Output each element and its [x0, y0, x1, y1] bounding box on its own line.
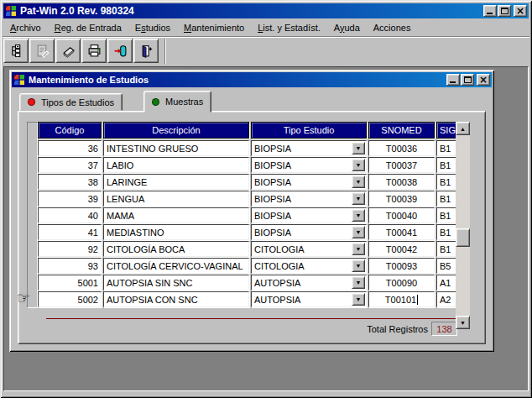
cell-tipo_estudio[interactable]: BIOPSIA▼	[251, 191, 367, 207]
cell-codigo[interactable]: 38	[38, 174, 102, 190]
dropdown-arrow-button[interactable]: ▼	[352, 175, 365, 188]
column-header-codigo[interactable]: Código	[38, 122, 102, 139]
scroll-down-button[interactable]: ▼	[456, 316, 470, 329]
cell-snomed[interactable]: T00036	[368, 140, 435, 156]
menu-item-archivo[interactable]: Archivo	[3, 21, 48, 34]
menu-bar: ArchivoReg. de EntradaEstudiosMantenimie…	[3, 19, 529, 35]
cell-tipo_estudio[interactable]: AUTOPSIA▼	[251, 275, 367, 291]
inner-titlebar[interactable]: Mantenimiento de Estudios ×	[12, 72, 492, 87]
cell-snomed[interactable]: T00093	[368, 258, 435, 274]
toolbar-button-door-enter[interactable]	[107, 39, 133, 63]
cell-descripcion[interactable]: MEDIASTINO	[103, 224, 249, 240]
cell-snomed[interactable]: T00040	[368, 207, 435, 223]
eraser-icon	[61, 44, 76, 58]
cell-tipo_estudio[interactable]: CITOLOGIA▼	[251, 258, 367, 274]
minimize-icon	[487, 13, 493, 14]
toolbar-separator	[164, 39, 166, 64]
dropdown-arrow-button[interactable]: ▼	[352, 159, 365, 171]
cell-tipo_estudio[interactable]: AUTOPSIA▼	[251, 291, 367, 307]
cell-snomed[interactable]: T00041	[368, 224, 435, 240]
cell-codigo[interactable]: 5001	[38, 275, 102, 291]
cell-codigo[interactable]: 39	[38, 191, 102, 207]
total-records-value: 138	[431, 322, 457, 336]
toolbar-button-print[interactable]	[81, 39, 107, 63]
cell-descripcion[interactable]: MAMA	[103, 207, 249, 223]
cell-descripcion[interactable]: AUTOPSIA SIN SNC	[103, 275, 249, 291]
footer-separator-line	[46, 318, 457, 319]
cell-codigo[interactable]: 36	[38, 140, 102, 156]
dropdown-arrow-button[interactable]: ▼	[352, 142, 365, 154]
green-dot-icon	[152, 98, 159, 106]
dropdown-arrow-button[interactable]: ▼	[352, 192, 365, 205]
dropdown-arrow-button[interactable]: ▼	[352, 293, 365, 306]
cell-descripcion[interactable]: CITOLOGÍA CERVICO-VAGINAL	[103, 258, 249, 274]
cell-snomed[interactable]: T00038	[368, 174, 435, 190]
cell-snomed[interactable]: T00090	[368, 275, 435, 291]
grid-panel: Código Descripción Tipo Estudio SNOMED S…	[18, 111, 486, 344]
inner-minimize-button[interactable]	[446, 74, 460, 86]
record-selector-strip[interactable]	[27, 122, 38, 308]
cell-snomed[interactable]: T00039	[368, 191, 435, 207]
cell-codigo[interactable]: 92	[38, 241, 102, 257]
column-header-snomed[interactable]: SNOMED	[368, 122, 435, 139]
close-icon: ×	[479, 76, 488, 84]
cell-descripcion[interactable]: CITOLOGÍA BOCA	[103, 241, 249, 257]
tab-muestras[interactable]: Muestras	[143, 91, 211, 113]
cell-tipo_estudio[interactable]: BIOPSIA▼	[251, 207, 367, 223]
mdi-client-area: Mantenimiento de Estudios × Tipos de Est…	[3, 66, 529, 391]
tree-list-icon	[9, 44, 23, 58]
tab-tipos-de-estudios[interactable]: Tipos de Estudios	[19, 93, 123, 111]
cell-snomed[interactable]: T00037	[368, 157, 435, 173]
maximize-button[interactable]	[498, 5, 511, 17]
cell-codigo[interactable]: 37	[38, 157, 102, 173]
close-button[interactable]: ×	[514, 5, 527, 17]
menu-item-estudios[interactable]: Estudios	[128, 21, 177, 34]
menu-item-ayuda[interactable]: Ayuda	[327, 21, 367, 34]
menu-item-mantenimiento[interactable]: Mantenimiento	[177, 21, 251, 34]
minimize-button[interactable]	[483, 5, 497, 17]
inner-close-button[interactable]: ×	[477, 74, 490, 86]
close-icon: ×	[516, 7, 524, 15]
scroll-up-button[interactable]: ▲	[456, 122, 470, 135]
cell-descripcion[interactable]: LENGUA	[103, 191, 249, 207]
inner-window-title: Mantenimiento de Estudios	[29, 75, 446, 85]
cell-tipo_estudio[interactable]: BIOPSIA▼	[251, 140, 367, 156]
toolbar-button-eraser[interactable]	[55, 39, 81, 63]
menu-item-reg-de-entrada[interactable]: Reg. de Entrada	[48, 21, 128, 34]
dropdown-arrow-button[interactable]: ▼	[352, 259, 365, 272]
cell-tipo_estudio[interactable]: CITOLOGIA▼	[251, 241, 367, 257]
dropdown-arrow-button[interactable]: ▼	[352, 276, 365, 289]
cell-tipo_estudio[interactable]: BIOPSIA▼	[251, 157, 367, 173]
cell-snomed[interactable]: T00042	[368, 241, 435, 257]
cell-snomed[interactable]: T00101	[368, 291, 435, 307]
toolbar-button-tree-list[interactable]	[3, 39, 29, 63]
menu-item-acciones[interactable]: Acciones	[367, 21, 418, 34]
cell-descripcion[interactable]: LABIO	[103, 157, 249, 173]
toolbar	[3, 39, 159, 65]
column-header-tipo-estudio[interactable]: Tipo Estudio	[251, 122, 367, 139]
vertical-scrollbar[interactable]: ▲ ▼	[456, 122, 470, 329]
combo-value: CITOLOGIA	[252, 244, 352, 254]
cell-descripcion[interactable]: INTESTINO GRUESO	[103, 140, 249, 156]
scroll-thumb[interactable]	[456, 228, 470, 247]
inner-maximize-button[interactable]	[461, 74, 474, 86]
dropdown-arrow-button[interactable]: ▼	[352, 226, 365, 238]
main-titlebar[interactable]: Pat-Win 2.0 Rev. 980324 ×	[3, 3, 529, 18]
cell-tipo_estudio[interactable]: BIOPSIA▼	[251, 224, 367, 240]
dropdown-arrow-button[interactable]: ▼	[352, 209, 365, 222]
cell-tipo_estudio[interactable]: BIOPSIA▼	[251, 174, 367, 190]
minimize-icon	[450, 81, 456, 83]
cell-codigo[interactable]: 41	[38, 224, 102, 240]
app-logo-icon	[5, 5, 17, 17]
column-header-descripcion[interactable]: Descripción	[103, 122, 249, 139]
menu-item-list-y-estad-st[interactable]: List. y Estadíst.	[251, 21, 327, 34]
cell-descripcion[interactable]: AUTOPSIA CON SNC	[103, 291, 249, 307]
toolbar-button-door-exit[interactable]	[133, 39, 159, 63]
cell-codigo[interactable]: 93	[38, 258, 102, 274]
cell-codigo[interactable]: 40	[38, 207, 102, 223]
toolbar-button-edit-document[interactable]	[29, 39, 55, 63]
dropdown-arrow-button[interactable]: ▼	[352, 243, 365, 255]
grid-body: Código Descripción Tipo Estudio SNOMED S…	[18, 112, 485, 343]
cell-codigo[interactable]: 5002	[38, 291, 102, 307]
cell-descripcion[interactable]: LARINGE	[103, 174, 249, 190]
